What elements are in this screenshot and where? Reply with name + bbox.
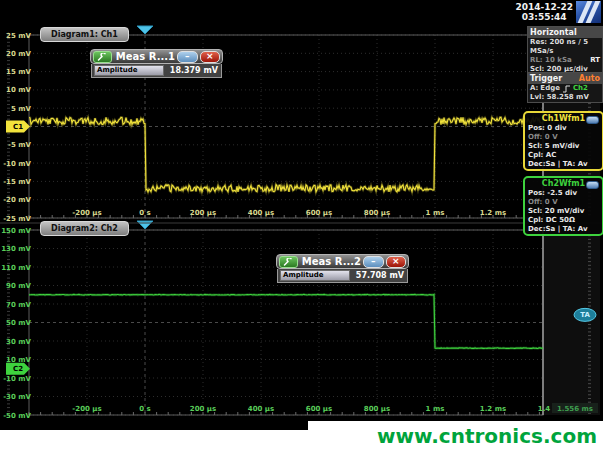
x-axis-tick-label: -200 µs: [72, 209, 101, 217]
y-axis-tick-label: 90 mV: [6, 282, 31, 290]
minimize-pill-icon[interactable]: [586, 181, 599, 189]
channel-marker-label: C1: [13, 123, 23, 131]
record-length-row: RL: 10 kSa RT: [528, 56, 602, 65]
x-axis-tick-label: 400 µs: [248, 209, 274, 217]
y-axis-tick-label: -15 mV: [3, 178, 31, 186]
date-label: 2014-12-22: [515, 2, 573, 12]
ch1-pos-row: Pos: 0 div: [525, 124, 602, 133]
ch2-box-title: Ch2Wfm1: [525, 178, 602, 189]
close-button[interactable]: ×: [386, 256, 407, 268]
ch1-scale-row: Scl: 5 mV/div: [525, 142, 602, 151]
trigger-source-row: A: Edge Ch2: [528, 84, 602, 93]
y-axis-tick-label: -20 mV: [3, 196, 31, 204]
minimize-pill-icon[interactable]: [586, 116, 599, 124]
ch1-box-title: Ch1Wfm1: [525, 113, 602, 124]
x-axis-tick-label: 400 µs: [248, 405, 274, 413]
ch1-decimation-row: Dec:Sa | TA: Av: [525, 160, 602, 169]
horizontal-panel-header: Horizontal: [528, 27, 602, 38]
right-ruler-strip: [544, 230, 600, 415]
x-axis-tick-label: 600 µs: [306, 209, 332, 217]
minimize-button[interactable]: –: [177, 51, 198, 63]
date-time-display: 2014-12-22 03:55:44: [515, 2, 573, 22]
x-axis-tick-label: 1.2 ms: [480, 209, 506, 217]
y-axis-tick-label: -25 mV: [3, 215, 31, 223]
y-axis-tick-label: 130 mV: [1, 245, 31, 253]
y-axis-tick-label: 110 mV: [1, 264, 31, 272]
measurement-dialog-2: Meas R...2 – × Amplitude 57.708 mV: [276, 254, 409, 283]
x-axis-tick-label: 0 s: [139, 405, 150, 413]
y-axis-tick-label: 70 mV: [6, 301, 31, 309]
trigger-title: Trigger: [530, 74, 562, 83]
oscilloscope-screen: 25 mV20 mV15 mV10 mV5 mV-5 mV-10 mV-15 m…: [0, 0, 603, 452]
measurement-value: 57.708 mV: [350, 271, 405, 280]
trigger-mode-badge: Auto: [579, 74, 600, 83]
minimize-button[interactable]: –: [363, 256, 384, 268]
resolution-row: Res: 200 ns / 5 MSa/s: [528, 38, 602, 56]
x-axis-tick-label: 0 s: [139, 209, 150, 217]
close-button[interactable]: ×: [200, 51, 221, 63]
trigger-panel-header: Trigger Auto: [528, 73, 602, 84]
dialog-title: Meas R...1: [114, 51, 175, 62]
measurement-dialog-1: Meas R...1 – × Amplitude 18.379 mV: [90, 49, 223, 78]
x-axis-tick-label: 800 µs: [364, 209, 390, 217]
ch2-waveform-settings-box[interactable]: Ch2Wfm1 Pos: -2.5 div Off: 0 V Scl: 20 m…: [523, 176, 603, 236]
trigger-position-marker[interactable]: [137, 26, 153, 34]
wrench-settings-icon[interactable]: [93, 51, 112, 63]
x-axis-tick-label: 600 µs: [306, 405, 332, 413]
time-label: 03:55:44: [515, 12, 573, 22]
y-axis-tick-label: 20 mV: [6, 50, 31, 58]
ch2-decimation-row: Dec:Sa | TA: Av: [525, 225, 602, 234]
x-axis-tick-label: 200 µs: [190, 405, 216, 413]
ch1-waveform-settings-box[interactable]: Ch1Wfm1 Pos: 0 div Off: 0 V Scl: 5 mV/di…: [523, 111, 603, 171]
measurement-type-field[interactable]: Amplitude: [280, 270, 350, 281]
y-axis-tick-label: -10 mV: [3, 375, 31, 383]
x-axis-tick-label: 1 ms: [426, 209, 445, 217]
measurement-dialog-1-titlebar[interactable]: Meas R...1 – ×: [90, 49, 223, 64]
x-axis-tick-label: 800 µs: [364, 405, 390, 413]
trigger-settings-panel[interactable]: Trigger Auto A: Edge Ch2 Lvl: 58.258 mV: [527, 72, 603, 103]
x-axis-tick-label: 1 ms: [426, 405, 445, 413]
acquisition-end-time-label: 1.556 ms: [557, 405, 593, 413]
trigger-level-row: Lvl: 58.258 mV: [528, 93, 602, 102]
ch2-scale-row: Scl: 20 mV/div: [525, 207, 602, 216]
y-axis-tick-label: 25 mV: [6, 32, 31, 40]
ch2-pos-row: Pos: -2.5 div: [525, 189, 602, 198]
wrench-settings-icon[interactable]: [279, 256, 298, 268]
trigger-source-label: Ch2: [573, 84, 588, 93]
y-axis-tick-label: -5 mV: [8, 141, 32, 149]
y-axis-tick-label: 150 mV: [1, 227, 31, 235]
measurement-dialog-1-body: Amplitude 18.379 mV: [91, 64, 222, 78]
y-axis-tick-label: 50 mV: [6, 319, 31, 327]
channel-marker-label: C2: [13, 365, 23, 373]
ch1-waveform: [29, 117, 543, 191]
ch2-coupling-row: Cpl: DC 50Ω: [525, 216, 602, 225]
x-axis-tick-label: 1.2 ms: [480, 405, 506, 413]
record-length-value: RL: 10 kSa: [530, 56, 572, 65]
y-axis-tick-label: 15 mV: [6, 68, 31, 76]
tab-diagram1-ch1[interactable]: Diagram1: Ch1: [40, 27, 129, 42]
ch1-offset-row: Off: 0 V: [525, 133, 602, 142]
realtime-badge: RT: [590, 56, 600, 65]
measurement-dialog-2-body: Amplitude 57.708 mV: [277, 269, 408, 283]
y-axis-tick-label: -30 mV: [3, 393, 31, 401]
y-axis-tick-label: 10 mV: [6, 86, 31, 94]
top-status-bar: 2014-12-22 03:55:44: [0, 0, 603, 24]
watermark-url: www.cntronics.com: [377, 424, 597, 448]
x-axis-tick-label: 200 µs: [190, 209, 216, 217]
x-axis-tick-label: -200 µs: [72, 405, 101, 413]
ch1-coupling-row: Cpl: AC: [525, 151, 602, 160]
ch2-waveform: [29, 294, 543, 348]
horizontal-title: Horizontal: [530, 28, 577, 37]
tab-diagram2-ch2[interactable]: Diagram2: Ch2: [40, 221, 129, 236]
rohde-schwarz-logo: [576, 1, 601, 23]
y-axis-tick-label: -10 mV: [3, 160, 31, 168]
edge-slope-icon: [562, 85, 571, 93]
dialog-title: Meas R...2: [300, 256, 361, 267]
measurement-type-field[interactable]: Amplitude: [94, 65, 164, 76]
trigger-position-marker[interactable]: [137, 221, 153, 229]
trigger-level-marker-label: TA: [580, 311, 590, 319]
ch2-offset-row: Off: 0 V: [525, 198, 602, 207]
measurement-dialog-2-titlebar[interactable]: Meas R...2 – ×: [276, 254, 409, 269]
measurement-value: 18.379 mV: [164, 66, 219, 75]
y-axis-tick-label: 5 mV: [11, 105, 32, 113]
